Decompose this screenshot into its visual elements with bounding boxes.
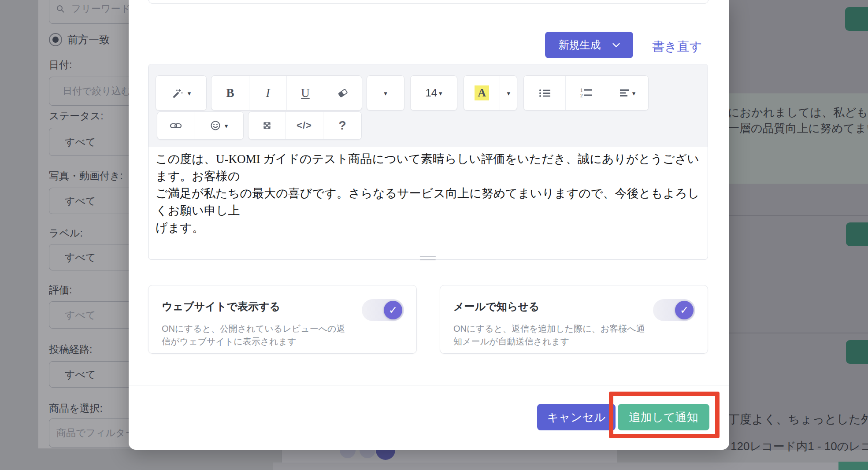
- magic-wand-icon: [171, 87, 183, 99]
- color-caret-button[interactable]: ▾: [500, 76, 517, 110]
- cancel-button[interactable]: キャンセル: [537, 404, 616, 430]
- caret-down-icon: ▾: [439, 90, 442, 96]
- ai-generate-button[interactable]: 新規生成: [545, 32, 633, 58]
- chevron-down-icon: [612, 43, 620, 48]
- font-size-dropdown[interactable]: 14 ▾: [410, 75, 457, 111]
- paragraph-style-dropdown[interactable]: ▾: [367, 75, 404, 111]
- caret-down-icon: ▾: [188, 90, 191, 96]
- reply-text-area[interactable]: この度は、U-KOMI ガイドのテスト商品について素晴らしい評価をいただき、誠に…: [156, 151, 704, 237]
- question-mark-icon: ?: [338, 118, 346, 133]
- help-button[interactable]: ?: [323, 112, 361, 139]
- toggle-check-icon: ✓: [384, 301, 402, 319]
- email-notify-card: メールで知らせる ONにすると、返信を追加した際に、お客様へ通 知メールが自動送…: [440, 285, 708, 354]
- code-view-button[interactable]: </>: [285, 112, 323, 139]
- align-button[interactable]: ▾: [607, 76, 648, 110]
- website-display-card: ウェブサイトで表示する ONにすると、公開されているレビューへの返 信がウェブサ…: [148, 285, 417, 354]
- svg-text:1: 1: [580, 88, 583, 93]
- font-size-value: 14: [425, 87, 437, 99]
- email-notify-description: ONにすると、返信を追加した際に、お客様へ通 知メールが自動送信されます: [453, 322, 645, 348]
- website-display-title: ウェブサイトで表示する: [162, 300, 280, 314]
- link-button[interactable]: [157, 112, 194, 139]
- rewrite-link[interactable]: 書き直す: [652, 38, 702, 55]
- add-reply-modal: 新規生成 書き直す ▾ B I U: [129, 0, 729, 450]
- email-notify-toggle[interactable]: ✓: [653, 299, 695, 321]
- ai-magic-wand-button[interactable]: ▾: [156, 75, 207, 111]
- website-display-toggle[interactable]: ✓: [362, 299, 404, 321]
- highlight-color-button[interactable]: A: [464, 76, 500, 110]
- numbered-list-button[interactable]: 12: [565, 76, 607, 110]
- svg-text:2: 2: [580, 93, 583, 98]
- numbered-list-icon: 12: [580, 88, 592, 98]
- caret-down-icon: ▾: [632, 90, 636, 96]
- emoji-smile-icon: [210, 120, 221, 131]
- format-button-group: B I U: [211, 75, 362, 111]
- text-color-group: A ▾: [464, 75, 517, 111]
- footer-divider: [129, 385, 729, 385]
- toggle-check-icon: ✓: [675, 301, 694, 319]
- italic-button[interactable]: I: [249, 76, 286, 110]
- align-icon: [620, 89, 630, 97]
- underline-glyph: U: [301, 86, 310, 100]
- clear-format-button[interactable]: [324, 76, 361, 110]
- bold-button[interactable]: B: [211, 76, 249, 110]
- review-comment-box: [148, 0, 708, 4]
- underline-button[interactable]: U: [286, 76, 324, 110]
- email-notify-title: メールで知らせる: [453, 300, 539, 314]
- bold-glyph: B: [226, 86, 234, 100]
- emoji-button[interactable]: ▾: [194, 112, 243, 139]
- app-root: におかれましては、私どもの製 一層の品質向上に努めてまいり 丁度よく、ちょっとし…: [0, 0, 868, 470]
- tools-group: </> ?: [248, 111, 362, 140]
- generate-button-label: 新規生成: [559, 38, 601, 52]
- add-and-notify-button[interactable]: 追加して通知: [618, 404, 709, 430]
- caret-down-icon: ▾: [225, 122, 228, 129]
- expand-arrows-icon: [262, 120, 272, 131]
- link-icon: [170, 122, 182, 130]
- insert-group: ▾: [157, 111, 244, 140]
- highlight-letter: A: [475, 85, 489, 100]
- bullet-list-button[interactable]: [524, 76, 565, 110]
- fullscreen-button[interactable]: [249, 112, 285, 139]
- italic-glyph: I: [266, 86, 270, 100]
- caret-down-icon: ▾: [384, 90, 387, 96]
- editor-resize-handle[interactable]: [419, 256, 437, 261]
- reply-editor: ▾ B I U ▾ 14 ▾ A: [148, 64, 708, 260]
- eraser-icon: [337, 87, 349, 99]
- caret-down-icon: ▾: [507, 90, 510, 96]
- list-align-group: 12 ▾: [523, 75, 649, 111]
- website-display-description: ONにすると、公開されているレビューへの返 信がウェブサイトに表示されます: [162, 322, 345, 348]
- code-icon: </>: [297, 120, 312, 131]
- bullet-list-icon: [539, 89, 551, 98]
